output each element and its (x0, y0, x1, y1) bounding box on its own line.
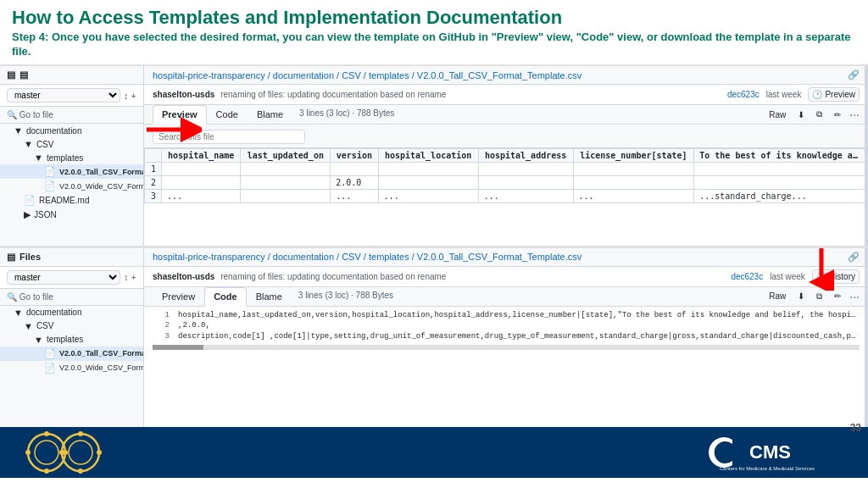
history-label: Preview (825, 90, 855, 99)
tab-code-1[interactable]: Code (207, 105, 248, 124)
tree-label-documentation: documentation (26, 126, 82, 136)
folder-icon: ▼ (24, 139, 33, 149)
breadcrumb-text-1: hospital-price-transparency / documentat… (153, 70, 581, 80)
link-icon: 🔗 (848, 69, 860, 80)
footer-circles-svg (25, 428, 127, 477)
file-tabs-2: Preview Code Blame 3 lines (3 loc) · 788… (144, 287, 868, 307)
tree-folder-documentation[interactable]: ▼ documentation (0, 124, 143, 137)
tree-file-wide-csv-2[interactable]: 📄 V2.0.0_Wide_CSV_Format_Te... (0, 361, 143, 375)
tree-file-tall-csv-2[interactable]: 📄 V2.0.0_Tall_CSV_Format_Tem... (0, 347, 143, 361)
folder-icon: ▼ (34, 335, 43, 345)
svg-point-5 (25, 450, 31, 455)
branch-sync-icon-2[interactable]: ↕ (124, 272, 129, 282)
tree-label-csv: CSV (36, 140, 54, 149)
download-file-button-1[interactable]: ⬇ (794, 108, 808, 121)
tree-folder-json[interactable]: ▶ JSON (0, 208, 143, 222)
scrollbar-2[interactable] (865, 248, 868, 428)
table-col-updated: last_updated_on (241, 149, 331, 163)
line-number-2: 2 (153, 320, 170, 331)
file-icon-2: 📄 (44, 348, 56, 359)
tree-folder-templates-2[interactable]: ▼ templates (0, 333, 143, 347)
branch-selector-2[interactable]: master ↕ + (0, 267, 143, 289)
svg-point-2 (44, 431, 49, 436)
line-number-3: 3 (153, 331, 170, 342)
edit-button-1[interactable]: ✏ (831, 108, 844, 121)
commit-author-1: shaselton-usds (153, 90, 214, 99)
table-col-version: version (331, 149, 378, 163)
tree-file-tall-csv[interactable]: 📄 V2.0.0_Tall_CSV_Format_Tem... (0, 164, 143, 179)
svg-point-4 (44, 469, 49, 474)
branch-dropdown[interactable]: master (7, 88, 120, 103)
goto-file-label: Go to file (19, 110, 53, 119)
history-button-1[interactable]: 🕐 Preview (808, 87, 860, 102)
edit-button-2[interactable]: ✏ (831, 290, 844, 302)
table-col-location: hospital_location (378, 149, 478, 163)
tab-meta-2: 3 lines (3 loc) · 788 Bytes (292, 287, 400, 306)
branch-sync-icon[interactable]: ↕ (124, 91, 129, 101)
files-header-2: ▤ Files (0, 248, 143, 267)
search-bar-1 (144, 125, 868, 148)
commit-time-1: last week (766, 90, 802, 99)
code-text-1: hospital_name,last_updated_on,version,ho… (178, 310, 860, 321)
branch-selector[interactable]: master ↕ + (0, 85, 143, 107)
search-icon-2: 🔍 (7, 292, 17, 302)
table-row: 1 (145, 163, 868, 176)
more-options-button-2[interactable]: ··· (849, 290, 860, 303)
breadcrumb-2: hospital-price-transparency / documentat… (144, 248, 868, 267)
tree-label-wide-csv: V2.0.0_Wide_CSV_Format_Te... (59, 182, 144, 191)
tree-label-tall-csv: V2.0.0_Tall_CSV_Format_Tem... (59, 168, 144, 176)
raw-button-2[interactable]: Raw (765, 290, 789, 302)
tree-folder-csv[interactable]: ▼ CSV (0, 137, 143, 151)
tab-blame-1[interactable]: Blame (248, 105, 292, 124)
copy-button-1[interactable]: ⧉ (813, 108, 826, 121)
tab-preview-2[interactable]: Preview (153, 287, 204, 306)
commit-message-2: renaming of files: updating documentatio… (220, 272, 446, 281)
copy-button-2[interactable]: ⧉ (813, 290, 826, 303)
commit-message-1: renaming of files: updating documentatio… (220, 90, 446, 99)
branch-dropdown-2[interactable]: master (7, 270, 120, 285)
table-col-hospital-name: hospital_name (162, 149, 241, 163)
tree-file-readme[interactable]: 📄 README.md (0, 193, 143, 208)
tree-label-templates-2: templates (47, 335, 83, 344)
tree-folder-documentation-2[interactable]: ▼ documentation (0, 306, 143, 319)
tab-preview-1[interactable]: Preview (153, 105, 207, 125)
folder-icon: ▼ (14, 308, 23, 318)
code-text-3: description,code[1] ,code[1]|type,settin… (178, 331, 860, 342)
code-view-2: 1 hospital_name,last_updated_on,version,… (144, 307, 868, 346)
tree-file-wide-csv[interactable]: 📄 V2.0.0_Wide_CSV_Format_Te... (0, 179, 143, 193)
clock-icon-2: 🕐 (816, 272, 826, 281)
tab-code-2[interactable]: Code (204, 287, 247, 307)
download-file-button-2[interactable]: ⬇ (794, 290, 808, 302)
tree-folder-csv-2[interactable]: ▼ CSV (0, 319, 143, 333)
more-options-button-1[interactable]: ··· (849, 108, 860, 121)
clock-icon: 🕐 (812, 90, 822, 99)
file-icon: 📄 (44, 166, 56, 177)
goto-file-label-2: Go to file (19, 292, 53, 302)
branch-add-icon[interactable]: + (131, 91, 136, 101)
table-col-num (145, 149, 162, 163)
cms-logo-svg: CMS Centers for Medicare & Medicaid Serv… (707, 431, 843, 474)
code-line-2: 2 ,2.0.0, (153, 320, 860, 331)
folder-icon: ▼ (14, 125, 23, 136)
goto-file-2[interactable]: 🔍 Go to file (0, 289, 143, 306)
tree-label-readme: README.md (39, 196, 89, 205)
file-icon: 📄 (44, 180, 56, 191)
tree-label-csv-2: CSV (36, 321, 54, 330)
tab-blame-2[interactable]: Blame (247, 287, 292, 306)
svg-text:CMS: CMS (749, 441, 791, 463)
history-button-2[interactable]: 🕐 History (812, 269, 860, 284)
branch-add-icon-2[interactable]: + (131, 272, 136, 282)
files-icon: ▤ (7, 69, 15, 80)
search-input-1[interactable] (153, 130, 305, 144)
goto-file[interactable]: 🔍 Go to file (0, 107, 143, 124)
folder-icon: ▼ (34, 152, 43, 163)
commit-hash-1: dec623c (727, 90, 760, 99)
tree-folder-templates[interactable]: ▼ templates (0, 151, 143, 164)
files-header: ▤ ▤ (0, 66, 143, 85)
commit-hash-2: dec623c (731, 272, 763, 281)
scrollbar-1[interactable] (865, 66, 868, 246)
commit-author-2: shaselton-usds (153, 272, 214, 281)
tree-label-documentation-2: documentation (26, 308, 82, 317)
raw-button-1[interactable]: Raw (765, 108, 789, 121)
file-icon: 📄 (24, 195, 36, 206)
